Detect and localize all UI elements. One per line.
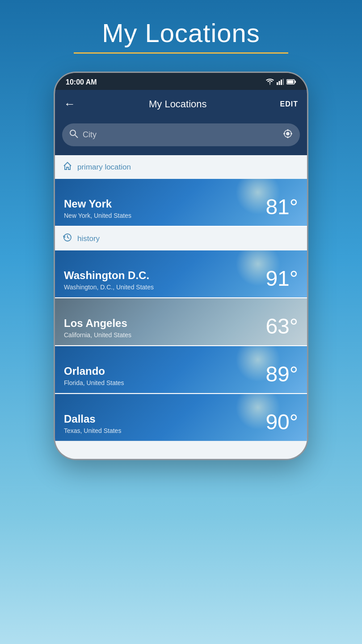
title-underline [74,52,288,54]
primary-section-header: primary location [55,155,307,179]
city-detail: Washington, D.C., United States [64,284,154,291]
edit-button[interactable]: EDIT [280,100,298,108]
svg-rect-1 [279,81,280,85]
city-detail: Florida, United States [64,379,124,386]
city-name: Washington D.C. [64,269,154,282]
city-name: New York [64,198,131,210]
svg-rect-0 [277,82,278,85]
signal-icon [277,79,284,86]
status-icons [266,79,296,86]
location-info: Dallas Texas, United States [64,413,121,434]
svg-rect-6 [295,81,296,83]
back-button[interactable]: ← [64,97,76,111]
app-bar-title: My Locations [149,98,207,110]
city-detail: California, United States [64,331,131,339]
page-header: My Locations [0,0,362,63]
location-card-orlando[interactable]: Orlando Florida, United States 89° [55,346,307,393]
svg-point-7 [70,130,76,136]
location-card-los-angeles[interactable]: Los Angeles California, United States 63… [55,298,307,345]
app-bar: ← My Locations EDIT [55,90,307,118]
city-name: Los Angeles [64,317,131,330]
location-info: Washington D.C. Washington, D.C., United… [64,269,154,291]
app-content: ← My Locations EDIT City [55,90,307,459]
location-card-washington[interactable]: Washington D.C. Washington, D.C., United… [55,250,307,297]
search-container: City [55,118,307,155]
city-detail: New York, United States [64,212,131,219]
location-card-new-york[interactable]: New York New York, United States 81° [55,179,307,226]
city-name: Orlando [64,365,124,377]
search-icon [69,129,78,140]
svg-rect-5 [287,80,294,84]
page-title: My Locations [0,18,362,48]
location-target-icon[interactable] [283,129,293,141]
status-time: 10:00 AM [66,78,97,86]
location-card-dallas[interactable]: Dallas Texas, United States 90° [55,394,307,441]
home-icon [63,161,72,173]
search-bar[interactable]: City [62,123,300,146]
location-info: New York New York, United States [64,198,131,219]
city-temp: 81° [265,195,298,219]
search-placeholder: City [83,130,278,140]
location-info: Orlando Florida, United States [64,365,124,386]
phone-frame: 10:00 AM [54,72,308,460]
city-temp: 91° [265,266,298,291]
bottom-padding [55,441,307,459]
svg-rect-3 [283,79,284,85]
history-section-header: history [55,227,307,250]
status-bar: 10:00 AM [55,73,307,90]
svg-rect-2 [281,80,282,85]
location-info: Los Angeles California, United States [64,317,131,339]
city-temp: 90° [265,410,298,434]
battery-icon [286,79,296,86]
svg-point-10 [286,132,289,135]
city-temp: 89° [265,362,298,386]
svg-line-8 [75,135,78,138]
history-icon [63,233,72,244]
primary-section-label: primary location [77,163,131,172]
history-section-label: history [77,234,100,243]
city-temp: 63° [265,314,298,339]
city-name: Dallas [64,413,121,425]
wifi-icon [266,79,274,86]
city-detail: Texas, United States [64,427,121,434]
